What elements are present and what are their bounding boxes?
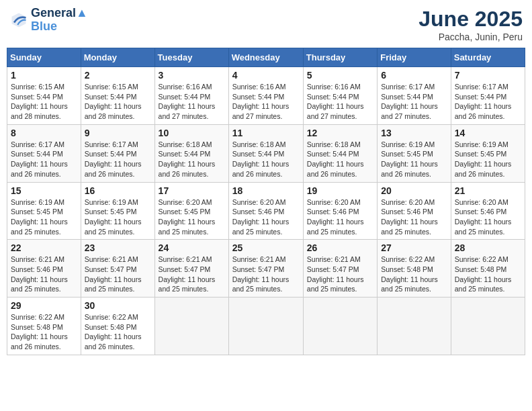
day-number: 30 [85,300,151,311]
day-info: Sunrise: 6:20 AMSunset: 5:46 PMDaylight:… [232,197,300,237]
calendar-cell: 3Sunrise: 6:16 AMSunset: 5:44 PMDaylight… [154,67,228,125]
day-info: Sunrise: 6:22 AMSunset: 5:48 PMDaylight:… [455,255,521,294]
day-number: 11 [232,128,300,138]
day-number: 24 [159,242,225,253]
calendar-cell: 12Sunrise: 6:18 AMSunset: 5:44 PMDayligh… [303,124,377,182]
day-info: Sunrise: 6:21 AMSunset: 5:47 PMDaylight:… [307,255,373,294]
day-header-friday: Friday [378,48,451,67]
calendar-cell: 9Sunrise: 6:17 AMSunset: 5:44 PMDaylight… [81,124,154,182]
calendar-cell: 10Sunrise: 6:18 AMSunset: 5:44 PMDayligh… [154,124,228,182]
calendar-cell: 23Sunrise: 6:21 AMSunset: 5:47 PMDayligh… [81,240,154,298]
day-number: 25 [232,242,300,253]
week-row-4: 22Sunrise: 6:21 AMSunset: 5:46 PMDayligh… [7,240,525,298]
calendar-cell: 24Sunrise: 6:21 AMSunset: 5:47 PMDayligh… [154,240,228,298]
day-info: Sunrise: 6:17 AMSunset: 5:44 PMDaylight:… [85,140,151,179]
day-info: Sunrise: 6:16 AMSunset: 5:44 PMDaylight:… [159,82,225,122]
calendar-cell: 13Sunrise: 6:19 AMSunset: 5:45 PMDayligh… [378,124,451,182]
calendar-cell: 28Sunrise: 6:22 AMSunset: 5:48 PMDayligh… [451,240,525,298]
subtitle: Paccha, Junin, Peru [418,32,523,42]
day-number: 2 [85,70,151,81]
day-info: Sunrise: 6:20 AMSunset: 5:46 PMDaylight:… [307,197,373,237]
day-number: 19 [307,185,373,196]
calendar-cell: 8Sunrise: 6:17 AMSunset: 5:44 PMDaylight… [7,124,81,182]
calendar-cell: 1Sunrise: 6:15 AMSunset: 5:44 PMDaylight… [7,67,81,125]
day-header-sunday: Sunday [7,48,81,67]
day-number: 21 [455,185,521,196]
day-number: 16 [85,185,151,196]
calendar-cell: 2Sunrise: 6:15 AMSunset: 5:44 PMDaylight… [81,67,154,125]
calendar-cell [378,298,451,355]
day-info: Sunrise: 6:19 AMSunset: 5:45 PMDaylight:… [85,197,151,237]
day-info: Sunrise: 6:20 AMSunset: 5:46 PMDaylight:… [455,197,521,237]
day-number: 14 [455,128,521,138]
day-number: 12 [307,128,373,138]
calendar-cell: 30Sunrise: 6:22 AMSunset: 5:48 PMDayligh… [81,298,154,355]
day-number: 4 [232,70,300,81]
calendar-cell: 19Sunrise: 6:20 AMSunset: 5:46 PMDayligh… [303,182,377,240]
day-number: 15 [11,185,77,196]
header: General▲ Blue June 2025 Paccha, Junin, P… [7,7,525,42]
day-number: 10 [159,128,225,138]
day-number: 13 [381,128,447,138]
calendar-cell: 15Sunrise: 6:19 AMSunset: 5:45 PMDayligh… [7,182,81,240]
week-row-2: 8Sunrise: 6:17 AMSunset: 5:44 PMDaylight… [7,124,525,182]
logo: General▲ Blue [9,7,88,34]
calendar-cell [154,298,228,355]
day-number: 3 [159,70,225,81]
day-info: Sunrise: 6:20 AMSunset: 5:45 PMDaylight:… [159,197,225,237]
calendar-cell: 16Sunrise: 6:19 AMSunset: 5:45 PMDayligh… [81,182,154,240]
day-info: Sunrise: 6:21 AMSunset: 5:47 PMDaylight:… [232,255,300,294]
day-number: 29 [11,300,77,311]
day-info: Sunrise: 6:18 AMSunset: 5:44 PMDaylight:… [232,140,300,179]
calendar-cell: 20Sunrise: 6:20 AMSunset: 5:46 PMDayligh… [378,182,451,240]
day-header-wednesday: Wednesday [228,48,303,67]
day-number: 22 [11,242,77,253]
month-title: June 2025 [418,7,523,32]
calendar-cell: 22Sunrise: 6:21 AMSunset: 5:46 PMDayligh… [7,240,81,298]
day-header-saturday: Saturday [451,48,525,67]
day-info: Sunrise: 6:22 AMSunset: 5:48 PMDaylight:… [381,255,447,294]
calendar-cell: 29Sunrise: 6:22 AMSunset: 5:48 PMDayligh… [7,298,81,355]
calendar-cell: 7Sunrise: 6:17 AMSunset: 5:44 PMDaylight… [451,67,525,125]
week-row-3: 15Sunrise: 6:19 AMSunset: 5:45 PMDayligh… [7,182,525,240]
day-header-thursday: Thursday [303,48,377,67]
calendar-cell: 18Sunrise: 6:20 AMSunset: 5:46 PMDayligh… [228,182,303,240]
day-number: 27 [381,242,447,253]
calendar-cell [451,298,525,355]
day-info: Sunrise: 6:17 AMSunset: 5:44 PMDaylight:… [455,82,521,122]
day-info: Sunrise: 6:21 AMSunset: 5:47 PMDaylight:… [85,255,151,294]
day-info: Sunrise: 6:19 AMSunset: 5:45 PMDaylight:… [11,197,77,237]
calendar-cell: 5Sunrise: 6:16 AMSunset: 5:44 PMDaylight… [303,67,377,125]
day-info: Sunrise: 6:21 AMSunset: 5:47 PMDaylight:… [159,255,225,294]
day-number: 1 [11,70,77,81]
calendar-cell: 17Sunrise: 6:20 AMSunset: 5:45 PMDayligh… [154,182,228,240]
day-info: Sunrise: 6:19 AMSunset: 5:45 PMDaylight:… [455,140,521,179]
day-info: Sunrise: 6:17 AMSunset: 5:44 PMDaylight:… [11,140,77,179]
calendar-cell: 6Sunrise: 6:17 AMSunset: 5:44 PMDaylight… [378,67,451,125]
calendar-cell [303,298,377,355]
calendar-cell: 4Sunrise: 6:16 AMSunset: 5:44 PMDaylight… [228,67,303,125]
day-info: Sunrise: 6:17 AMSunset: 5:44 PMDaylight:… [381,82,447,122]
day-info: Sunrise: 6:20 AMSunset: 5:46 PMDaylight:… [381,197,447,237]
day-number: 5 [307,70,373,81]
day-header-tuesday: Tuesday [154,48,228,67]
title-area: June 2025 Paccha, Junin, Peru [418,7,523,42]
day-number: 17 [159,185,225,196]
logo-icon [9,11,28,30]
week-row-5: 29Sunrise: 6:22 AMSunset: 5:48 PMDayligh… [7,298,525,355]
calendar-cell: 25Sunrise: 6:21 AMSunset: 5:47 PMDayligh… [228,240,303,298]
day-number: 6 [381,70,447,81]
calendar-cell: 26Sunrise: 6:21 AMSunset: 5:47 PMDayligh… [303,240,377,298]
day-info: Sunrise: 6:15 AMSunset: 5:44 PMDaylight:… [85,82,151,122]
day-number: 26 [307,242,373,253]
day-info: Sunrise: 6:16 AMSunset: 5:44 PMDaylight:… [232,82,300,122]
day-number: 20 [381,185,447,196]
day-info: Sunrise: 6:19 AMSunset: 5:45 PMDaylight:… [381,140,447,179]
calendar-cell [228,298,303,355]
calendar-cell: 27Sunrise: 6:22 AMSunset: 5:48 PMDayligh… [378,240,451,298]
day-info: Sunrise: 6:21 AMSunset: 5:46 PMDaylight:… [11,255,77,294]
calendar-cell: 14Sunrise: 6:19 AMSunset: 5:45 PMDayligh… [451,124,525,182]
day-number: 8 [11,128,77,138]
day-number: 18 [232,185,300,196]
day-info: Sunrise: 6:18 AMSunset: 5:44 PMDaylight:… [159,140,225,179]
